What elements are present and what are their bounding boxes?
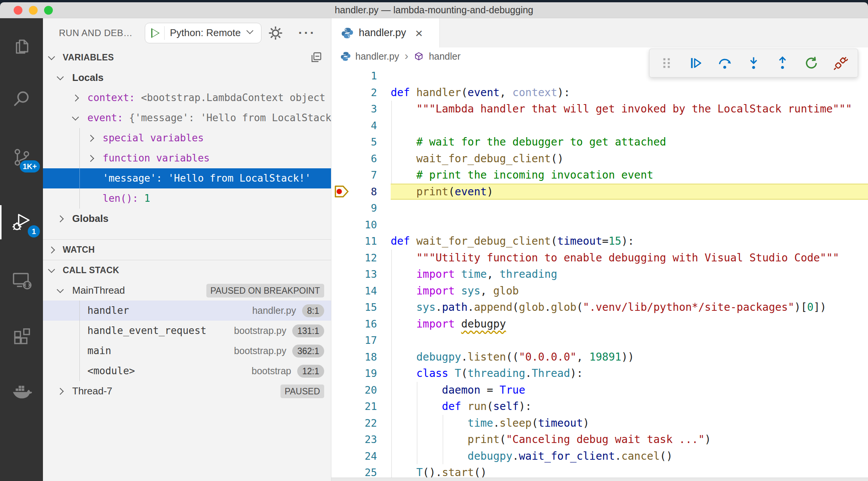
call-stack-frame-row[interactable]: mainbootstrap.py362:1 <box>43 341 331 361</box>
code-line-content[interactable]: def run(self): <box>391 398 868 415</box>
gutter[interactable] <box>331 431 353 448</box>
variable-row[interactable]: Locals <box>43 68 331 88</box>
code-line-content[interactable]: def wait_for_debug_client(timeout=15): <box>391 233 868 250</box>
step-over-button[interactable] <box>717 55 732 71</box>
call-stack-thread-row[interactable]: Thread-7PAUSED <box>43 381 331 401</box>
gutter[interactable] <box>331 332 353 349</box>
gutter[interactable] <box>331 283 353 299</box>
code-line-content[interactable]: debugpy.wait_for_client.cancel() <box>391 448 868 465</box>
activity-item-docker[interactable] <box>0 372 43 410</box>
line-number[interactable]: 1 <box>353 68 377 84</box>
gutter[interactable] <box>331 101 353 117</box>
line-number[interactable]: 2 <box>353 84 377 101</box>
line-number[interactable]: 20 <box>353 382 377 399</box>
code-line-content[interactable] <box>391 117 868 134</box>
gutter[interactable] <box>331 233 353 250</box>
gutter[interactable] <box>331 250 353 266</box>
restart-button[interactable] <box>804 55 819 71</box>
breakpoint-gutter[interactable] <box>331 184 353 200</box>
code-line-content[interactable]: class T(threading.Thread): <box>391 365 868 382</box>
code-line-content[interactable]: print(event) <box>391 184 868 200</box>
call-stack-frame-row[interactable]: <module>bootstrap12:1 <box>43 361 331 381</box>
step-into-button[interactable] <box>746 55 761 71</box>
line-number[interactable]: 22 <box>353 415 377 432</box>
variables-section-header[interactable]: VARIABLES <box>43 47 331 68</box>
gutter[interactable] <box>331 365 353 382</box>
close-window-button[interactable] <box>14 6 22 14</box>
more-actions-button[interactable]: ··· <box>298 25 316 40</box>
tab-handler-py[interactable]: handler.py × <box>331 18 440 47</box>
line-number[interactable]: 23 <box>353 431 377 448</box>
line-number[interactable]: 9 <box>353 200 377 217</box>
gutter[interactable] <box>331 349 353 365</box>
gutter[interactable] <box>331 266 353 283</box>
code-line-content[interactable]: sys.path.append(glob.glob(".venv/lib/pyt… <box>391 299 868 316</box>
activity-item-search[interactable] <box>0 80 43 118</box>
gutter[interactable] <box>331 84 353 101</box>
launch-config-dropdown[interactable]: Python: Remote <box>145 23 261 43</box>
collapse-all-button[interactable] <box>309 51 323 65</box>
zoom-window-button[interactable] <box>44 6 53 14</box>
line-number[interactable]: 16 <box>353 316 377 332</box>
line-number[interactable]: 8 <box>353 184 377 200</box>
variable-row[interactable]: context: <bootstrap.LambdaContext object… <box>43 88 331 108</box>
variable-row[interactable]: function variables <box>43 148 331 168</box>
code-line-content[interactable]: # wait for the debugger to get attached <box>391 134 868 150</box>
gutter[interactable] <box>331 150 353 167</box>
gutter[interactable] <box>331 200 353 217</box>
code-line-content[interactable]: import debugpy <box>391 316 868 332</box>
line-number[interactable]: 5 <box>353 134 377 150</box>
step-out-button[interactable] <box>775 55 790 71</box>
call-stack-section-header[interactable]: CALL STACK <box>43 260 331 280</box>
variable-row[interactable]: special variables <box>43 128 331 148</box>
code-line-content[interactable]: print("Canceling debug wait task ...") <box>391 431 868 448</box>
line-number[interactable]: 24 <box>353 448 377 465</box>
line-number[interactable]: 17 <box>353 332 377 349</box>
disconnect-button[interactable] <box>833 55 848 71</box>
gutter[interactable] <box>331 117 353 134</box>
debug-settings-gear-button[interactable] <box>266 24 285 42</box>
start-debugging-icon[interactable] <box>151 28 160 38</box>
gutter[interactable] <box>331 398 353 415</box>
gutter[interactable] <box>331 68 353 84</box>
gutter[interactable] <box>331 415 353 432</box>
line-number[interactable]: 7 <box>353 167 377 184</box>
code-line-content[interactable]: import sys, glob <box>391 283 868 299</box>
horizontal-scrollbar-track[interactable] <box>331 478 868 481</box>
line-number[interactable]: 18 <box>353 349 377 365</box>
activity-item-extensions[interactable] <box>0 317 43 355</box>
continue-button[interactable] <box>688 55 703 71</box>
line-number[interactable]: 6 <box>353 150 377 167</box>
line-number[interactable]: 13 <box>353 266 377 283</box>
line-number[interactable]: 11 <box>353 233 377 250</box>
watch-section-header[interactable]: WATCH <box>43 240 331 260</box>
line-number[interactable]: 3 <box>353 101 377 117</box>
line-number[interactable]: 15 <box>353 299 377 316</box>
gutter[interactable] <box>331 217 353 233</box>
call-stack-thread-row[interactable]: MainThreadPAUSED ON BREAKPOINT <box>43 280 331 301</box>
gutter[interactable] <box>331 382 353 399</box>
close-tab-icon[interactable]: × <box>415 27 423 40</box>
code-line-content[interactable] <box>391 217 868 233</box>
variable-row[interactable]: Globals <box>43 209 331 229</box>
variable-row[interactable]: len(): 1 <box>43 188 331 209</box>
activity-item-run-and-debug[interactable]: 1 <box>0 203 43 241</box>
variable-row-selected[interactable]: 'message': 'Hello from LocalStack!' <box>43 168 331 188</box>
code-line-content[interactable]: debugpy.listen(("0.0.0.0", 19891)) <box>391 349 868 365</box>
variable-row[interactable]: event: {'message': 'Hello from LocalStac… <box>43 108 331 128</box>
code-line-content[interactable]: # print the incoming invocation event <box>391 167 868 184</box>
line-number[interactable]: 19 <box>353 365 377 382</box>
code-line-content[interactable]: time.sleep(timeout) <box>391 415 868 432</box>
minimize-window-button[interactable] <box>29 6 38 14</box>
line-number[interactable]: 14 <box>353 283 377 299</box>
gutter[interactable] <box>331 448 353 465</box>
code-editor[interactable]: 12def handler(event, context):3 """Lambd… <box>331 65 868 481</box>
line-number[interactable]: 10 <box>353 217 377 233</box>
line-number[interactable]: 21 <box>353 398 377 415</box>
call-stack-frame-row[interactable]: handlerhandler.py8:1 <box>43 301 331 321</box>
code-line-content[interactable]: """Utility function to enable debugging … <box>391 250 868 266</box>
activity-item-explorer[interactable] <box>0 28 43 66</box>
gutter[interactable] <box>331 316 353 332</box>
activity-item-remote-explorer[interactable] <box>0 261 43 299</box>
code-line-content[interactable]: import time, threading <box>391 266 868 283</box>
